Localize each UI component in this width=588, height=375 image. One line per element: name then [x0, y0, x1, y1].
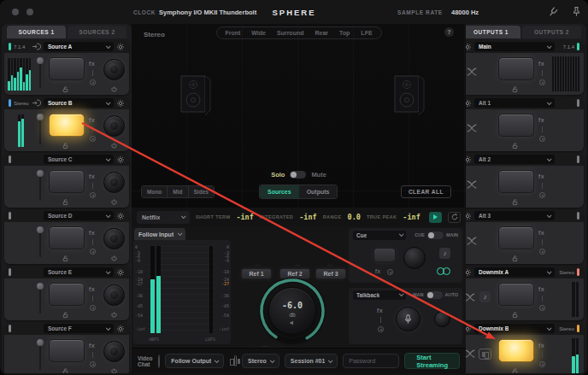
- bypass-icon[interactable]: [539, 361, 545, 367]
- fx-label[interactable]: fx: [377, 307, 383, 314]
- level-knob[interactable]: [103, 172, 125, 193]
- fx-label[interactable]: fx: [538, 173, 544, 180]
- fx-label[interactable]: fx: [89, 173, 95, 180]
- lock-icon[interactable]: [62, 311, 69, 319]
- lock-icon[interactable]: [511, 255, 519, 262]
- level-knob[interactable]: [103, 284, 125, 306]
- overflow-dots-icon[interactable]: ⋯: [327, 261, 333, 267]
- fx-label[interactable]: fx: [89, 116, 95, 124]
- gear-icon[interactable]: [116, 43, 125, 51]
- talkback-level-knob[interactable]: [434, 311, 450, 327]
- cue-level-knob[interactable]: [403, 247, 426, 269]
- view-option-rear[interactable]: Rear: [315, 30, 328, 36]
- view-option-surround[interactable]: Surround: [277, 30, 304, 36]
- monitor-select-button[interactable]: [498, 57, 534, 80]
- lock-icon[interactable]: [511, 311, 519, 319]
- lock-icon[interactable]: [511, 367, 519, 373]
- monitor-select-button[interactable]: [49, 170, 85, 193]
- tab-outputs-2[interactable]: OUTPUTS 2: [522, 26, 581, 38]
- trim-slider[interactable]: [39, 284, 41, 313]
- music-note-icon[interactable]: ♪: [439, 248, 450, 259]
- input-routing-icon[interactable]: [32, 98, 41, 108]
- clear-all-button[interactable]: CLEAR ALL: [401, 185, 451, 198]
- power-icon[interactable]: [110, 85, 118, 93]
- fx-label[interactable]: fx: [89, 60, 95, 67]
- source-select[interactable]: Source E: [44, 267, 114, 277]
- bypass-icon[interactable]: [539, 249, 545, 255]
- talkback-mic-button[interactable]: [396, 307, 420, 331]
- bypass-icon[interactable]: [378, 326, 384, 332]
- crossfeed-icon[interactable]: [466, 122, 478, 134]
- monitor-select-button-active[interactable]: [49, 114, 85, 137]
- tab-sources-2[interactable]: SOURCES 2: [68, 26, 126, 38]
- lock-icon[interactable]: [62, 85, 69, 93]
- level-knob[interactable]: [103, 59, 125, 80]
- power-icon[interactable]: [110, 142, 118, 149]
- fx-label[interactable]: fx: [89, 285, 95, 293]
- source-select[interactable]: Source D: [44, 211, 114, 220]
- tab-outputs-view[interactable]: Outputs: [299, 185, 338, 198]
- monitor-select-button[interactable]: [49, 226, 85, 249]
- output-select[interactable]: Alt 2: [474, 155, 555, 164]
- bypass-icon[interactable]: [539, 136, 545, 142]
- monitor-select-button[interactable]: [498, 170, 534, 193]
- loudness-play-button[interactable]: [429, 212, 442, 223]
- tab-outputs-1[interactable]: OUTPUTS 1: [462, 26, 520, 38]
- tab-sources-1[interactable]: SOURCES 1: [7, 26, 66, 38]
- cue-select[interactable]: Cue: [353, 231, 406, 240]
- lock-icon[interactable]: [511, 85, 519, 93]
- source-select[interactable]: Source B: [44, 98, 114, 108]
- session-select[interactable]: Session #01: [285, 354, 338, 368]
- mute-label[interactable]: Mute: [311, 171, 326, 179]
- view-option-lfe[interactable]: LFE: [361, 30, 372, 36]
- output-select[interactable]: Downmix A: [474, 267, 555, 277]
- fx-label[interactable]: fx: [538, 342, 544, 349]
- overflow-dots-icon[interactable]: ⋯: [295, 261, 301, 267]
- crossfeed-icon[interactable]: [466, 235, 478, 247]
- trim-slider[interactable]: [39, 115, 41, 144]
- lock-icon[interactable]: [511, 198, 519, 206]
- cue-main-toggle[interactable]: [427, 231, 444, 239]
- monitor-select-button[interactable]: [49, 57, 85, 80]
- gear-icon[interactable]: [116, 268, 125, 277]
- output-select[interactable]: Downmix B: [474, 324, 555, 333]
- help-icon[interactable]: ?: [444, 27, 454, 37]
- crossfeed-icon[interactable]: [466, 179, 478, 190]
- binaural-icon[interactable]: [437, 267, 450, 275]
- lock-icon[interactable]: [62, 255, 69, 262]
- overflow-dots-icon[interactable]: ⋯: [255, 261, 261, 267]
- mode-mid[interactable]: Mid: [168, 186, 188, 197]
- monitor-input-mode-select[interactable]: Follow Input: [134, 228, 185, 240]
- level-knob[interactable]: [103, 341, 125, 362]
- monitor-volume-knob[interactable]: -6.0 db: [256, 274, 329, 348]
- power-icon[interactable]: [110, 311, 118, 319]
- bypass-icon[interactable]: [90, 136, 96, 142]
- bypass-icon[interactable]: [90, 305, 96, 311]
- lock-icon[interactable]: [62, 367, 69, 373]
- cue-monitor-button[interactable]: [373, 248, 396, 262]
- tuning-fork-icon[interactable]: [547, 6, 559, 18]
- source-select[interactable]: Source C: [44, 155, 114, 164]
- bypass-icon[interactable]: [90, 192, 96, 198]
- crossfeed-icon[interactable]: [464, 291, 476, 303]
- bypass-icon[interactable]: [539, 305, 545, 311]
- view-option-wide[interactable]: Wide: [251, 30, 266, 36]
- solo-mute-toggle[interactable]: [290, 171, 306, 179]
- lock-icon[interactable]: [511, 142, 519, 149]
- mode-mono[interactable]: Mono: [142, 186, 168, 197]
- power-icon[interactable]: [110, 255, 118, 262]
- password-input[interactable]: [343, 354, 399, 368]
- bypass-icon[interactable]: [90, 361, 96, 367]
- fx-label[interactable]: fx: [538, 60, 544, 67]
- gear-icon[interactable]: [116, 325, 125, 333]
- trim-slider[interactable]: [39, 172, 41, 201]
- solo-label[interactable]: Solo: [271, 171, 285, 179]
- power-icon[interactable]: [110, 198, 118, 206]
- output-select[interactable]: Alt 3: [474, 211, 555, 220]
- lock-icon[interactable]: [62, 198, 69, 206]
- monitor-select-button[interactable]: [49, 339, 85, 362]
- gear-icon[interactable]: [116, 155, 125, 164]
- input-routing-icon[interactable]: [32, 42, 41, 51]
- bypass-icon[interactable]: [90, 249, 96, 255]
- talkback-select[interactable]: Talkback: [353, 290, 406, 300]
